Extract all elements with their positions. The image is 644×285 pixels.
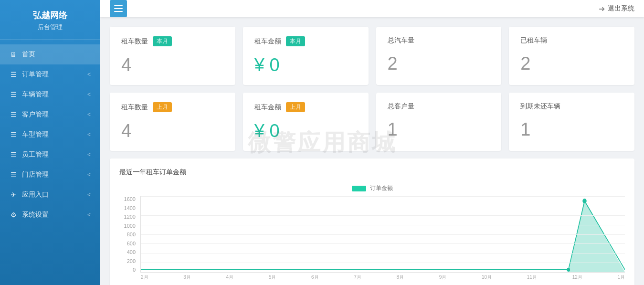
nav-arrow-icon: < bbox=[87, 131, 91, 138]
stat-card-0: 租车数量 上月 4 bbox=[110, 93, 235, 151]
stat-value: 2 bbox=[520, 53, 623, 74]
nav-icon: ☰ bbox=[10, 91, 17, 98]
chart-section: 最近一年租车订单金额 订单金额 160014001200100080060040… bbox=[110, 158, 634, 285]
stat-title: 总汽车量 bbox=[388, 36, 414, 45]
sidebar-item-员工管理[interactable]: ☰ 员工管理 < bbox=[0, 145, 100, 165]
legend-label: 订单金额 bbox=[370, 184, 393, 192]
stat-value: 4 bbox=[121, 55, 224, 75]
chart-line bbox=[141, 201, 625, 270]
topbar-right[interactable]: ➜ 退出系统 bbox=[599, 4, 634, 13]
main-content: ➜ 退出系统 租车数量 本月 4 租车金额 本月 ¥ 0 总汽车量 2 bbox=[100, 0, 644, 285]
nav-icon: 🖥 bbox=[10, 51, 17, 58]
stat-badge: 上月 bbox=[286, 102, 305, 112]
stat-title: 租车数量 bbox=[121, 37, 148, 46]
content-area: 租车数量 本月 4 租车金额 本月 ¥ 0 总汽车量 2 已租车辆 2 bbox=[100, 17, 644, 285]
chart-area: 2月 3月 4月 5月 6月 7月 8月 9月 10月 11月 12月 1月 bbox=[140, 196, 625, 273]
menu-bar-3 bbox=[114, 11, 123, 12]
stat-badge: 本月 bbox=[286, 36, 305, 46]
sidebar-item-车型管理[interactable]: ☰ 车型管理 < bbox=[0, 125, 100, 145]
nav-icon: ✈ bbox=[10, 191, 17, 199]
stat-value: ¥ 0 bbox=[254, 55, 357, 75]
stat-header: 总客户量 bbox=[388, 102, 490, 111]
grid-line bbox=[141, 234, 625, 235]
menu-toggle-button[interactable] bbox=[110, 0, 127, 17]
y-axis-label: 200 bbox=[119, 258, 136, 264]
y-axis-label: 1600 bbox=[119, 196, 136, 202]
y-axis-label: 800 bbox=[119, 232, 136, 237]
grid-line bbox=[141, 243, 625, 244]
chart-container: 16001400120010008006004002000 bbox=[119, 196, 625, 282]
stat-title: 总客户量 bbox=[388, 102, 414, 111]
sidebar-logo: 弘越网络 后台管理 bbox=[0, 0, 100, 40]
nav-label: 应用入口 bbox=[22, 190, 49, 199]
y-axis-label: 1200 bbox=[119, 214, 136, 220]
nav-item-left: ☰ 车型管理 bbox=[10, 130, 49, 139]
sidebar: 弘越网络 后台管理 🖥 首页 ☰ 订单管理 < ☰ 车辆管理 < ☰ 客户管理 … bbox=[0, 0, 100, 285]
stat-card-2: 总客户量 1 bbox=[376, 93, 502, 151]
legend-color-box bbox=[352, 186, 366, 191]
exit-icon: ➜ bbox=[599, 4, 605, 13]
sidebar-item-订单管理[interactable]: ☰ 订单管理 < bbox=[0, 64, 100, 84]
nav-item-left: ☰ 车辆管理 bbox=[10, 90, 49, 99]
stat-value: 2 bbox=[388, 53, 490, 74]
stats-row-2: 租车数量 上月 4 租车金额 上月 ¥ 0 总客户量 1 到期未还车辆 1 bbox=[110, 93, 634, 151]
stat-card-3: 已租车辆 2 bbox=[509, 27, 634, 85]
stat-card-3: 到期未还车辆 1 bbox=[509, 93, 634, 151]
stat-value: ¥ 0 bbox=[254, 121, 357, 141]
nav-item-left: ☰ 员工管理 bbox=[10, 150, 49, 159]
stat-title: 租车数量 bbox=[121, 103, 148, 112]
stat-header: 租车数量 上月 bbox=[121, 102, 224, 112]
nav-arrow-icon: < bbox=[87, 171, 91, 178]
stat-badge: 上月 bbox=[153, 102, 172, 112]
stat-card-0: 租车数量 本月 4 bbox=[110, 27, 235, 85]
topbar: ➜ 退出系统 bbox=[100, 0, 644, 17]
stat-value: 1 bbox=[388, 119, 490, 140]
nav-label: 车辆管理 bbox=[22, 90, 49, 99]
nav-label: 订单管理 bbox=[22, 70, 49, 79]
stat-card-1: 租车金额 上月 ¥ 0 bbox=[243, 93, 369, 151]
company-name: 弘越网络 bbox=[10, 10, 91, 21]
menu-bar-2 bbox=[114, 8, 123, 9]
sidebar-item-客户管理[interactable]: ☰ 客户管理 < bbox=[0, 105, 100, 125]
nav-arrow-icon: < bbox=[87, 91, 91, 98]
grid-line bbox=[141, 215, 625, 216]
grid-line bbox=[141, 253, 625, 253]
x-axis-labels: 2月 3月 4月 5月 6月 7月 8月 9月 10月 11月 12月 1月 bbox=[141, 274, 625, 281]
nav-item-left: ⚙ 系统设置 bbox=[10, 211, 49, 219]
stat-card-2: 总汽车量 2 bbox=[376, 27, 502, 85]
nav-label: 员工管理 bbox=[22, 150, 49, 159]
y-axis-label: 1400 bbox=[119, 205, 136, 211]
grid-line bbox=[141, 206, 625, 206]
nav-arrow-icon: < bbox=[87, 191, 91, 198]
stat-title: 租车金额 bbox=[254, 103, 281, 112]
stat-title: 到期未还车辆 bbox=[520, 102, 560, 111]
sub-title: 后台管理 bbox=[10, 23, 91, 32]
chart-area-fill bbox=[569, 201, 625, 272]
nav-icon: ☰ bbox=[10, 71, 17, 78]
y-axis-label: 600 bbox=[119, 241, 136, 246]
sidebar-nav: 🖥 首页 ☰ 订单管理 < ☰ 车辆管理 < ☰ 客户管理 < ☰ 车型管理 <… bbox=[0, 40, 100, 285]
nav-arrow-icon: < bbox=[87, 111, 91, 118]
sidebar-item-应用入口[interactable]: ✈ 应用入口 < bbox=[0, 185, 100, 205]
nav-label: 首页 bbox=[22, 50, 35, 59]
sidebar-item-门店管理[interactable]: ☰ 门店管理 < bbox=[0, 165, 100, 185]
nav-icon: ☰ bbox=[10, 151, 17, 158]
stat-header: 已租车辆 bbox=[520, 36, 623, 45]
sidebar-item-车辆管理[interactable]: ☰ 车辆管理 < bbox=[0, 84, 100, 105]
stat-header: 租车金额 本月 bbox=[254, 36, 357, 46]
topbar-left bbox=[110, 0, 127, 17]
nav-icon: ☰ bbox=[10, 171, 17, 179]
exit-label[interactable]: 退出系统 bbox=[608, 4, 634, 13]
stat-header: 到期未还车辆 bbox=[520, 102, 623, 111]
nav-label: 系统设置 bbox=[22, 211, 49, 219]
nav-item-left: ✈ 应用入口 bbox=[10, 190, 49, 199]
nav-label: 门店管理 bbox=[22, 170, 49, 179]
nav-arrow-icon: < bbox=[87, 151, 91, 158]
stat-header: 租车金额 上月 bbox=[254, 102, 357, 112]
sidebar-item-首页[interactable]: 🖥 首页 bbox=[0, 44, 100, 64]
nav-label: 客户管理 bbox=[22, 110, 49, 119]
stat-card-1: 租车金额 本月 ¥ 0 bbox=[243, 27, 369, 85]
sidebar-item-系统设置[interactable]: ⚙ 系统设置 < bbox=[0, 205, 100, 225]
grid-line bbox=[141, 263, 625, 263]
nav-arrow-icon: < bbox=[87, 211, 91, 218]
